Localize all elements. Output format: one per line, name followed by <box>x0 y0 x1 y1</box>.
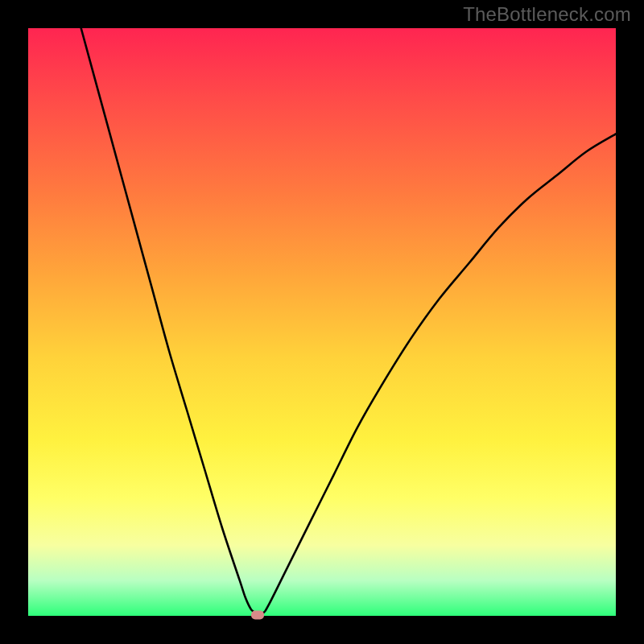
plot-area <box>28 28 616 616</box>
chart-frame: TheBottleneck.com <box>0 0 644 644</box>
curve-svg <box>28 28 616 616</box>
minimum-marker <box>251 610 264 619</box>
bottleneck-curve <box>81 28 616 613</box>
watermark-text: TheBottleneck.com <box>463 3 631 26</box>
